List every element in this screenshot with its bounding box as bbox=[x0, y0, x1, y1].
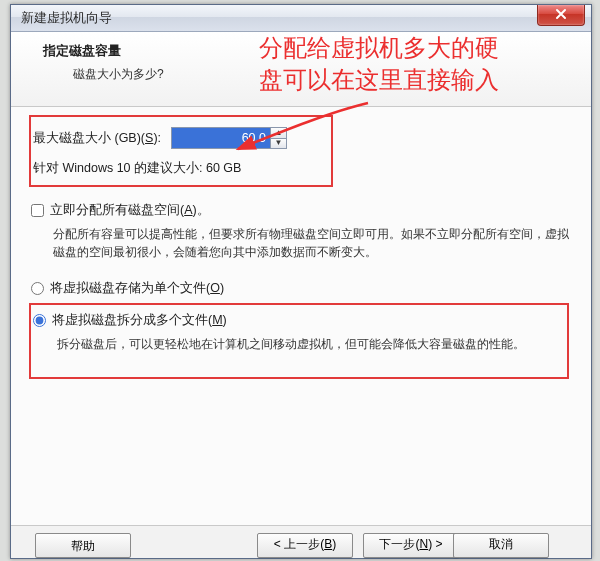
highlight-box-size: 最大磁盘大小 (GB)(S): ▲ ▼ 针对 Windows 10 的建议大小:… bbox=[29, 115, 333, 187]
allocate-hot: A bbox=[184, 203, 192, 217]
titlebar: 新建虚拟机向导 bbox=[11, 5, 591, 32]
max-size-label: 最大磁盘大小 (GB)(S): bbox=[33, 129, 161, 147]
store-single-label[interactable]: 将虚拟磁盘存储为单个文件(O) bbox=[50, 279, 224, 297]
single-pre: 将虚拟磁盘存储为单个文件( bbox=[50, 281, 210, 295]
highlight-box-split: 将虚拟磁盘拆分成多个文件(M) 拆分磁盘后，可以更轻松地在计算机之间移动虚拟机，… bbox=[29, 303, 569, 379]
single-hot: O bbox=[210, 281, 220, 295]
store-split-row: 将虚拟磁盘拆分成多个文件(M) bbox=[33, 311, 559, 329]
back-button[interactable]: < 上一步(B) bbox=[257, 533, 353, 558]
max-size-label-post: ): bbox=[153, 131, 161, 145]
allocate-now-label[interactable]: 立即分配所有磁盘空间(A)。 bbox=[50, 201, 210, 219]
help-button[interactable]: 帮助 bbox=[35, 533, 131, 558]
allocate-pre: 立即分配所有磁盘空间( bbox=[50, 203, 184, 217]
next-post: ) > bbox=[428, 537, 442, 551]
footer: 帮助 < 上一步(B) 下一步(N) > 取消 bbox=[11, 525, 591, 558]
close-button[interactable] bbox=[537, 5, 585, 26]
allocate-post: )。 bbox=[193, 203, 210, 217]
wizard-window: 新建虚拟机向导 指定磁盘容量 磁盘大小为多少? 分配给虚拟机多大的硬 盘可以在这… bbox=[10, 4, 592, 559]
split-hot: M bbox=[212, 313, 222, 327]
allocate-now-desc: 分配所有容量可以提高性能，但要求所有物理磁盘空间立即可用。如果不立即分配所有空间… bbox=[53, 225, 573, 261]
allocate-now-row: 立即分配所有磁盘空间(A)。 bbox=[31, 201, 573, 219]
spinner-down[interactable]: ▼ bbox=[270, 138, 287, 150]
store-split-label[interactable]: 将虚拟磁盘拆分成多个文件(M) bbox=[52, 311, 227, 329]
next-hot: N bbox=[419, 537, 428, 551]
back-post: ) bbox=[332, 537, 336, 551]
cancel-button[interactable]: 取消 bbox=[453, 533, 549, 558]
next-button[interactable]: 下一步(N) > bbox=[363, 533, 459, 558]
single-post: ) bbox=[220, 281, 224, 295]
window-title: 新建虚拟机向导 bbox=[21, 10, 112, 27]
max-size-label-pre: 最大磁盘大小 (GB)( bbox=[33, 131, 145, 145]
split-pre: 将虚拟磁盘拆分成多个文件( bbox=[52, 313, 212, 327]
max-size-row: 最大磁盘大小 (GB)(S): ▲ ▼ bbox=[33, 127, 321, 149]
allocate-now-checkbox[interactable] bbox=[31, 204, 44, 217]
store-split-radio[interactable] bbox=[33, 314, 46, 327]
disk-size-input[interactable] bbox=[171, 127, 270, 149]
page-title: 指定磁盘容量 bbox=[43, 42, 591, 60]
page-subtitle: 磁盘大小为多少? bbox=[73, 66, 591, 83]
spinner-up[interactable]: ▲ bbox=[270, 127, 287, 138]
content-area: 最大磁盘大小 (GB)(S): ▲ ▼ 针对 Windows 10 的建议大小:… bbox=[11, 107, 591, 379]
store-single-row: 将虚拟磁盘存储为单个文件(O) bbox=[31, 279, 573, 297]
store-split-desc: 拆分磁盘后，可以更轻松地在计算机之间移动虚拟机，但可能会降低大容量磁盘的性能。 bbox=[57, 335, 559, 353]
next-pre: 下一步( bbox=[379, 537, 419, 551]
split-post: ) bbox=[223, 313, 227, 327]
disk-size-spinner[interactable]: ▲ ▼ bbox=[171, 127, 287, 149]
store-single-radio[interactable] bbox=[31, 282, 44, 295]
recommended-size: 针对 Windows 10 的建议大小: 60 GB bbox=[33, 159, 321, 177]
header-band: 指定磁盘容量 磁盘大小为多少? bbox=[11, 32, 591, 107]
back-hot: B bbox=[324, 537, 332, 551]
close-icon bbox=[555, 8, 567, 20]
back-pre: < 上一步( bbox=[274, 537, 324, 551]
